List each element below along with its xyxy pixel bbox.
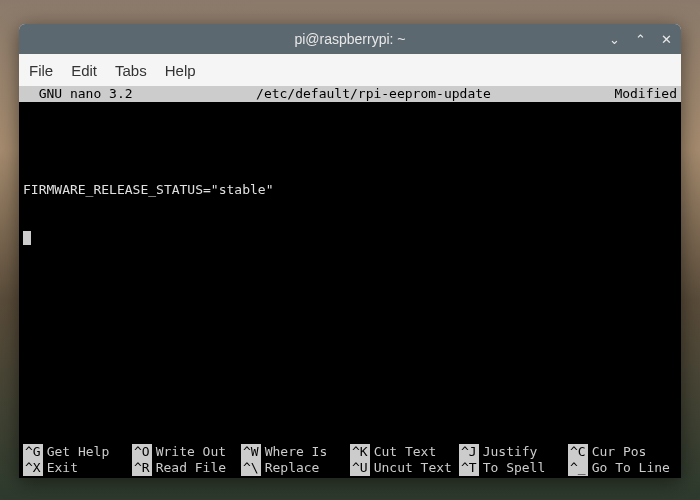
nano-status: Modified: [606, 86, 677, 102]
footer-row-1: ^GGet Help ^OWrite Out ^WWhere Is ^KCut …: [23, 444, 677, 460]
window-title: pi@raspberrypi: ~: [294, 31, 405, 47]
menu-help[interactable]: Help: [165, 62, 196, 79]
editor-line[interactable]: FIRMWARE_RELEASE_STATUS="stable": [23, 182, 677, 198]
window-controls: ⌄ ⌃ ✕: [607, 32, 673, 47]
nano-filepath: /etc/default/rpi-eeprom-update: [141, 86, 607, 102]
shortcut-to-spell[interactable]: ^TTo Spell: [459, 460, 568, 476]
nano-header: GNU nano 3.2 /etc/default/rpi-eeprom-upd…: [19, 86, 681, 102]
shortcut-read-file[interactable]: ^RRead File: [132, 460, 241, 476]
menu-file[interactable]: File: [29, 62, 53, 79]
nano-footer: ^GGet Help ^OWrite Out ^WWhere Is ^KCut …: [19, 444, 681, 478]
terminal-window: pi@raspberrypi: ~ ⌄ ⌃ ✕ File Edit Tabs H…: [19, 24, 681, 478]
menu-tabs[interactable]: Tabs: [115, 62, 147, 79]
maximize-icon[interactable]: ⌃: [633, 32, 647, 47]
shortcut-cut-text[interactable]: ^KCut Text: [350, 444, 459, 460]
shortcut-exit[interactable]: ^XExit: [23, 460, 132, 476]
shortcut-get-help[interactable]: ^GGet Help: [23, 444, 132, 460]
shortcut-justify[interactable]: ^JJustify: [459, 444, 568, 460]
shortcut-write-out[interactable]: ^OWrite Out: [132, 444, 241, 460]
minimize-icon[interactable]: ⌄: [607, 32, 621, 47]
titlebar[interactable]: pi@raspberrypi: ~ ⌄ ⌃ ✕: [19, 24, 681, 54]
shortcut-replace[interactable]: ^\Replace: [241, 460, 350, 476]
nano-body[interactable]: FIRMWARE_RELEASE_STATUS="stable": [19, 102, 681, 278]
shortcut-go-to-line[interactable]: ^_Go To Line: [568, 460, 677, 476]
terminal-area[interactable]: GNU nano 3.2 /etc/default/rpi-eeprom-upd…: [19, 86, 681, 478]
shortcut-uncut-text[interactable]: ^UUncut Text: [350, 460, 459, 476]
menu-edit[interactable]: Edit: [71, 62, 97, 79]
nano-version: GNU nano 3.2: [23, 86, 141, 102]
menubar: File Edit Tabs Help: [19, 54, 681, 86]
shortcut-cur-pos[interactable]: ^CCur Pos: [568, 444, 677, 460]
footer-row-2: ^XExit ^RRead File ^\Replace ^UUncut Tex…: [23, 460, 677, 476]
shortcut-where-is[interactable]: ^WWhere Is: [241, 444, 350, 460]
cursor: [23, 231, 31, 245]
close-icon[interactable]: ✕: [659, 32, 673, 47]
